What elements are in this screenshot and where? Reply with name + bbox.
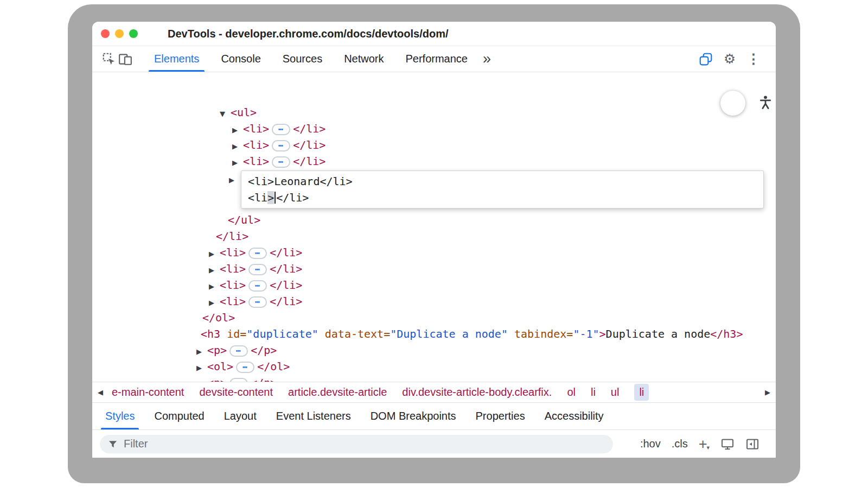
tab-network[interactable]: Network (333, 46, 394, 72)
settings-gear-icon[interactable]: ⚙ (722, 46, 738, 72)
styles-filter-bar: :hov .cls +▾ (92, 429, 776, 458)
editor-text: </li> (276, 191, 309, 204)
dom-tree-row[interactable]: ▶<li>⋯</li> (92, 277, 776, 293)
window-title: DevTools - developer.chrome.com/docs/dev… (168, 28, 449, 40)
code-token: </h3> (710, 327, 743, 340)
dom-tree-row[interactable]: ▶<p>⋯</p> (92, 375, 776, 382)
code-token: "duplicate" (246, 327, 318, 340)
tab-performance[interactable]: Performance (395, 46, 479, 72)
panel-tab-layout[interactable]: Layout (214, 403, 266, 429)
collapsed-arrow-icon[interactable]: ▶ (232, 138, 243, 155)
panel-tab-computed[interactable]: Computed (144, 403, 214, 429)
dom-tree-row[interactable]: ▶<li>⋯</li> (92, 137, 776, 153)
dom-tree-row[interactable]: ▼<ul> (92, 104, 776, 121)
dom-tree-row[interactable]: ▶<li>⋯</li> (92, 244, 776, 261)
panel-tab-event-listeners[interactable]: Event Listeners (266, 403, 361, 429)
tab-sources[interactable]: Sources (272, 46, 333, 72)
sidebar-toggle-icon[interactable] (745, 438, 760, 451)
collapsed-arrow-icon[interactable]: ▶ (232, 122, 243, 138)
more-tabs-button[interactable]: » (483, 52, 491, 66)
collapsed-arrow-icon[interactable]: ▶ (209, 279, 220, 295)
breadcrumb-item[interactable]: ol (567, 386, 576, 399)
code-token: <li> (220, 279, 246, 292)
breadcrumb-item[interactable]: div.devsite-article-body.clearfix. (402, 386, 552, 399)
inline-expand-button[interactable]: ⋯ (248, 296, 267, 308)
inline-expand-button[interactable]: ⋯ (236, 362, 254, 373)
zoom-window-button[interactable] (129, 29, 138, 38)
inline-expand-button[interactable]: ⋯ (229, 378, 248, 382)
collapsed-arrow-icon[interactable]: ▶ (232, 155, 243, 171)
kebab-menu-icon[interactable]: ⋮ (745, 46, 762, 72)
collapsed-arrow-icon[interactable]: ▶ (196, 344, 207, 360)
panel-tab-dom-breakpoints[interactable]: DOM Breakpoints (361, 403, 466, 429)
dom-tree-row[interactable]: </ul> (92, 212, 776, 228)
plus-icon: + (699, 438, 707, 450)
minimize-window-button[interactable] (115, 29, 124, 38)
dom-tree-row[interactable]: </ol> (92, 309, 776, 326)
code-token: p> (229, 98, 242, 104)
collapsed-arrow-icon[interactable]: ▶ (229, 172, 240, 188)
dom-tree-row[interactable]: ▶<li>⋯</li> (92, 261, 776, 277)
inline-expand-button[interactable]: ⋯ (272, 140, 290, 151)
dom-tree-row[interactable]: ▶<ol>⋯</ol> (92, 358, 776, 375)
inspect-element-icon[interactable] (101, 46, 117, 72)
overlapping-squares-icon[interactable] (698, 46, 714, 72)
inline-expand-button[interactable]: ⋯ (248, 248, 267, 259)
breadcrumb-item[interactable]: li (591, 386, 596, 399)
code-token: <p> (207, 344, 227, 357)
tab-console[interactable]: Console (210, 46, 271, 72)
code-token: > (599, 327, 606, 340)
breadcrumb-item[interactable]: li (634, 384, 649, 401)
dom-tree-row[interactable]: ▶<li>Leonard</li><li></li> (92, 169, 776, 212)
dom-tree-row[interactable]: ▶<li>⋯</li> (92, 293, 776, 309)
panel-tab-styles[interactable]: Styles (95, 403, 144, 429)
crumb-scroll-right-icon[interactable]: ▶ (760, 388, 776, 396)
filter-bar-buttons: :hov .cls +▾ (640, 438, 760, 451)
filter-input[interactable] (124, 438, 605, 450)
breadcrumb-item[interactable]: article.devsite-article (288, 386, 387, 399)
rendering-emulation-icon[interactable] (720, 438, 735, 451)
close-window-button[interactable] (101, 29, 110, 38)
new-style-rule-button[interactable]: +▾ (699, 438, 710, 450)
filter-input-wrap[interactable] (100, 435, 613, 453)
device-toolbar-icon[interactable] (117, 46, 133, 72)
inline-expand-button[interactable]: ⋯ (229, 345, 248, 357)
panel-tab-properties[interactable]: Properties (466, 403, 535, 429)
sidebar-tabs: StylesComputedLayoutEvent ListenersDOM B… (92, 402, 776, 429)
code-token: </ul> (228, 213, 260, 226)
collapsed-arrow-icon[interactable]: ▶ (196, 376, 207, 382)
code-token: </li> (270, 295, 302, 308)
inline-expand-button[interactable]: ⋯ (248, 280, 267, 292)
dom-tree-row[interactable]: ▶<li>⋯</li> (92, 153, 776, 169)
accessibility-fab[interactable] (720, 91, 745, 116)
class-toggle-button[interactable]: .cls (672, 438, 688, 450)
collapsed-arrow-icon[interactable]: ▶ (209, 295, 220, 311)
breadcrumb-item[interactable]: devsite-content (199, 386, 273, 399)
elements-panel: p>▼<ul>▶<li>⋯</li>▶<li>⋯</li>▶<li>⋯</li>… (92, 72, 776, 382)
dom-tree-row[interactable]: </li> (92, 228, 776, 244)
dom-tree-row[interactable]: ▶<p>⋯</p> (92, 342, 776, 358)
inline-expand-button[interactable]: ⋯ (248, 264, 267, 275)
pseudo-state-button[interactable]: :hov (640, 438, 661, 450)
devtools-toolbar: ElementsConsoleSourcesNetworkPerformance… (92, 46, 776, 72)
inline-expand-button[interactable]: ⋯ (272, 124, 290, 135)
editor-selected-char: > (267, 191, 274, 204)
expanded-arrow-icon[interactable]: ▼ (220, 106, 231, 122)
code-token: <ul> (231, 106, 257, 119)
collapsed-arrow-icon[interactable]: ▶ (209, 246, 220, 262)
inline-html-editor[interactable]: <li>Leonard</li><li></li> (241, 170, 764, 208)
tab-elements[interactable]: Elements (143, 46, 210, 72)
dom-tree-row[interactable]: <h3 id="duplicate" data-text="Duplicate … (92, 326, 776, 342)
crumb-scroll-left-icon[interactable]: ◀ (92, 388, 108, 396)
breadcrumb-item[interactable]: e-main-content (112, 386, 184, 399)
inline-expand-button[interactable]: ⋯ (272, 156, 290, 168)
collapsed-arrow-icon[interactable]: ▶ (196, 360, 207, 376)
code-token: "Duplicate a node" (390, 327, 508, 340)
code-token: <p> (207, 376, 227, 382)
dom-tree-row[interactable]: ▶<li>⋯</li> (92, 121, 776, 137)
dom-tree-row[interactable]: p> (92, 98, 776, 104)
collapsed-arrow-icon[interactable]: ▶ (209, 262, 220, 279)
breadcrumb: ◀ e-main-contentdevsite-contentarticle.d… (92, 382, 776, 402)
panel-tab-accessibility[interactable]: Accessibility (535, 403, 614, 429)
breadcrumb-item[interactable]: ul (611, 386, 620, 399)
